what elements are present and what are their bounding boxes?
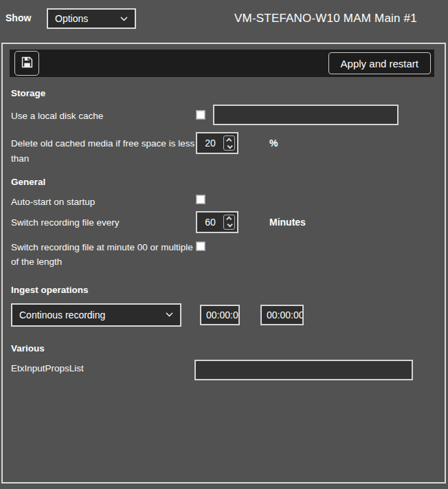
- etx-props-input[interactable]: [194, 360, 413, 380]
- row-switch-every: Switch recording file every 60 Minutes: [11, 211, 437, 233]
- chevron-down-icon: [166, 312, 173, 317]
- local-cache-label: Use a local disk cache: [11, 105, 196, 124]
- toolbar: Apply and restart: [10, 50, 434, 77]
- row-etx-props: EtxInputPropsList: [11, 360, 437, 380]
- save-icon: [21, 56, 33, 70]
- chevron-down-icon: [120, 17, 128, 21]
- page-title: VM-STEFANO-W10 MAM Main #1: [234, 12, 417, 25]
- settings-content: Storage Use a local disk cache Delete ol…: [11, 77, 437, 387]
- settings-panel: Apply and restart Storage Use a local di…: [1, 43, 446, 483]
- save-button[interactable]: [14, 51, 39, 76]
- free-space-spinner[interactable]: 20: [196, 132, 238, 154]
- row-ingest-controls: Continous recording: [11, 303, 437, 327]
- row-free-space: Delete old cached media if free space is…: [11, 132, 437, 166]
- cache-path-input[interactable]: [213, 105, 399, 125]
- switch-every-unit-label: Minutes: [269, 211, 306, 228]
- ingest-start-time-input[interactable]: [200, 305, 240, 325]
- row-switch-minute: Switch recording file at minute 00 or mu…: [11, 240, 437, 270]
- show-label: Show: [5, 12, 31, 23]
- ingest-mode-value: Continous recording: [19, 309, 105, 320]
- app-window: Show Options VM-STEFANO-W10 MAM Main #1: [0, 0, 448, 489]
- switch-every-value: 60: [197, 217, 223, 228]
- section-heading-storage: Storage: [11, 88, 437, 98]
- autostart-checkbox[interactable]: [196, 195, 205, 204]
- autostart-label: Auto-start on startup: [11, 193, 196, 210]
- apply-restart-button[interactable]: Apply and restart: [328, 52, 431, 74]
- ingest-end-time-input[interactable]: [260, 305, 304, 325]
- switch-every-label: Switch recording file every: [11, 211, 196, 230]
- spinner-up-icon[interactable]: [226, 217, 232, 222]
- spinner-down-icon[interactable]: [227, 221, 232, 227]
- view-select[interactable]: Options: [47, 8, 136, 29]
- switch-minute-checkbox[interactable]: [196, 241, 205, 251]
- section-heading-general: General: [11, 177, 437, 187]
- spinner-up-icon[interactable]: [226, 138, 232, 143]
- section-heading-ingest: Ingest operations: [11, 285, 437, 295]
- header: Show Options VM-STEFANO-W10 MAM Main #1: [0, 0, 448, 43]
- view-select-value: Options: [55, 13, 88, 24]
- free-space-spin-buttons[interactable]: [223, 135, 235, 151]
- switch-every-spinner[interactable]: 60: [196, 211, 238, 233]
- etx-props-label: EtxInputPropsList: [11, 360, 194, 376]
- free-space-unit-label: %: [269, 132, 278, 149]
- row-autostart: Auto-start on startup: [11, 193, 437, 210]
- spinner-down-icon[interactable]: [227, 143, 232, 149]
- switch-minute-label: Switch recording file at minute 00 or mu…: [11, 240, 196, 270]
- ingest-mode-select[interactable]: Continous recording: [11, 303, 181, 327]
- free-space-label: Delete old cached media if free space is…: [11, 132, 196, 166]
- section-heading-various: Various: [11, 343, 437, 354]
- free-space-value: 20: [197, 138, 223, 149]
- switch-every-spin-buttons[interactable]: [223, 215, 235, 230]
- row-local-cache: Use a local disk cache: [11, 105, 437, 125]
- local-cache-checkbox[interactable]: [196, 110, 205, 120]
